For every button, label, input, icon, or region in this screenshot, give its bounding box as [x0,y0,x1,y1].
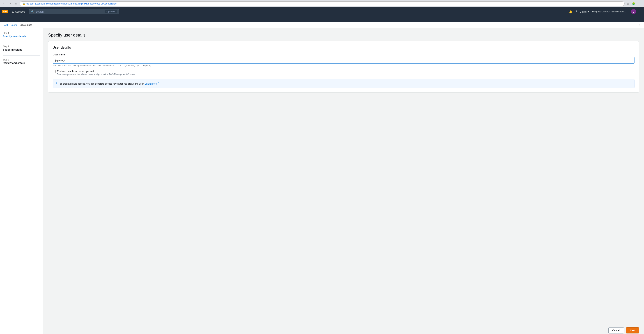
avatar[interactable]: J [631,9,636,14]
region-selector[interactable]: Global ▼ [580,11,590,13]
card-title: User details [53,46,634,50]
notifications-button[interactable]: 🔔 [569,10,572,14]
chevron-down-icon: ▼ [587,11,590,13]
browser-nav-buttons[interactable]: ← → ↻ [2,1,18,6]
content-wrapper: Specify user details User details User n… [43,28,644,334]
console-access-label-wrap: Enable console access - optional Enables… [57,70,136,76]
secondary-nav: ☰ [0,16,644,22]
bell-icon: 🔔 [569,10,572,14]
search-icon: 🔍 [31,10,34,13]
address-bar[interactable]: 🔒 us-east-1.console.aws.amazon.com/iamv2… [20,2,624,6]
nav-right: 🔔 ? Global ▼ ProgressAzureAD_Administrat… [569,9,642,14]
sidebar: Step 1 Specify user details Step 2 Set p… [0,28,43,334]
search-bar[interactable]: 🔍 [Option+S] [29,9,119,14]
step-divider-2 [3,55,40,56]
page-info-icon[interactable]: ℹ [640,24,640,26]
search-shortcut: [Option+S] [105,10,117,13]
breadcrumb-sep-1: › [9,24,10,26]
step1-number: Step 1 [3,32,40,34]
hamburger-menu-button[interactable]: ☰ [2,16,6,22]
info-text: For programmatic access, you can generat… [58,82,144,85]
step3-title: Review and create [3,62,40,64]
search-input[interactable] [36,10,104,13]
user-details-card: User details User name The user name can… [48,41,639,92]
console-access-checkbox[interactable] [53,70,56,73]
account-menu-button[interactable]: ProgressAzureAD_Administrators/Jay.Sharm… [592,11,628,13]
info-circle-icon: ℹ [56,82,57,85]
sidebar-step-2: Step 2 Set permissions [3,45,40,51]
main-layout: Step 1 Specify user details Step 2 Set p… [0,28,644,334]
cancel-button[interactable]: Cancel [608,327,624,333]
username-hint: The user name can have up to 64 characte… [53,64,634,67]
programmatic-access-info-box: ℹ For programmatic access, you can gener… [53,79,634,88]
step-divider-1 [3,42,40,42]
aws-logo-box: aws [2,10,8,13]
external-link-icon: ↗ [158,82,159,84]
learn-more-link[interactable]: Learn more ↗ [145,82,159,85]
console-access-label: Enable console access - optional [57,70,136,73]
services-label: Services [15,10,25,13]
username-form-group: User name The user name can have up to 6… [53,53,634,67]
region-label: Global [580,11,587,13]
page-title: Specify user details [48,33,639,38]
breadcrumb-iam[interactable]: IAM [4,24,8,26]
sidebar-step-1: Step 1 Specify user details [3,32,40,38]
breadcrumb-current: Create user [20,24,32,26]
username-label: User name [53,53,634,56]
aws-logo[interactable]: aws [2,10,8,13]
step2-number: Step 2 [3,45,40,48]
content-area: Specify user details User details User n… [43,28,644,324]
step3-number: Step 3 [3,59,40,61]
services-button[interactable]: ⊞ Services [10,10,26,14]
step2-title: Set permissions [3,48,40,51]
url-text: us-east-1.console.aws.amazon.com/iamv2/h… [26,2,116,5]
browser-menu-icon[interactable]: ⋮ [638,1,642,6]
lock-icon: 🔒 [22,2,25,5]
browser-chrome: ← → ↻ 🔒 us-east-1.console.aws.amazon.com… [0,0,644,7]
top-nav: aws ⊞ Services 🔍 [Option+S] 🔔 ? Global ▼… [0,7,644,16]
breadcrumb-bar: IAM › Users › Create user ℹ [0,22,644,28]
help-icon: ? [575,10,577,13]
account-label: ProgressAzureAD_Administrators/Jay.Sharm… [592,11,628,13]
username-input[interactable] [53,57,634,64]
extensions-icon[interactable]: 🧩 [632,1,636,6]
footer-actions: Cancel Next [43,324,644,334]
step1-title: Specify user details [3,35,40,38]
console-access-sublabel: Enables a password that allows users to … [57,73,136,76]
more-options-button[interactable]: ⋮ [639,10,642,14]
console-access-text: Enable console access - [57,70,84,73]
forward-button[interactable]: → [8,1,12,6]
breadcrumb-users[interactable]: Users [10,24,17,26]
breadcrumb-sep-2: › [18,24,18,26]
learn-more-label: Learn more [145,82,157,85]
help-button[interactable]: ? [575,10,577,13]
console-access-optional: optional [84,70,94,73]
bookmark-icon[interactable]: ☆ [626,1,630,6]
back-button[interactable]: ← [2,1,7,6]
console-access-row: Enable console access - optional Enables… [53,70,634,76]
refresh-button[interactable]: ↻ [13,1,18,6]
browser-toolbar-icons: ☆ 🧩 ⋮ [626,1,642,6]
sidebar-step-3: Step 3 Review and create [3,59,40,64]
info-box-text: For programmatic access, you can generat… [58,82,159,86]
next-button[interactable]: Next [626,327,639,333]
grid-icon: ⊞ [12,10,14,13]
